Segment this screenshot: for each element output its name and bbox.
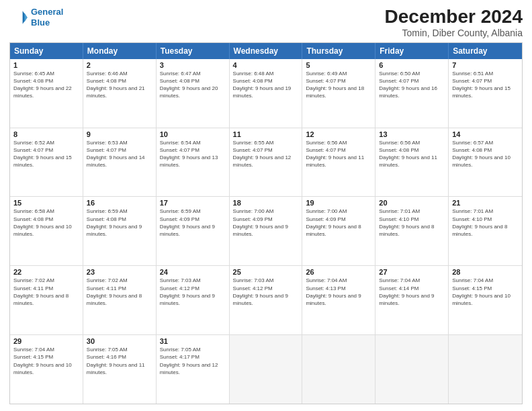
day-number: 5: [306, 61, 371, 69]
svg-marker-1: [24, 13, 27, 22]
cal-cell-r3-c0: 22 Sunrise: 7:02 AM Sunset: 4:11 PM Dayl…: [10, 266, 83, 334]
cell-info: Sunrise: 6:55 AM Sunset: 4:07 PM Dayligh…: [233, 139, 299, 169]
day-number: 10: [160, 130, 226, 138]
cal-cell-r3-c1: 23 Sunrise: 7:02 AM Sunset: 4:11 PM Dayl…: [83, 266, 157, 334]
cal-cell-r2-c0: 15 Sunrise: 6:58 AM Sunset: 4:08 PM Dayl…: [10, 197, 83, 265]
cell-info: Sunrise: 6:56 AM Sunset: 4:07 PM Dayligh…: [306, 139, 371, 169]
day-number: 21: [452, 199, 519, 207]
cal-cell-r1-c6: 14 Sunrise: 6:57 AM Sunset: 4:08 PM Dayl…: [449, 128, 522, 197]
cal-cell-r0-c2: 3 Sunrise: 6:47 AM Sunset: 4:08 PM Dayli…: [157, 59, 230, 128]
cal-cell-r2-c2: 17 Sunrise: 6:59 AM Sunset: 4:09 PM Dayl…: [157, 197, 230, 265]
cell-info: Sunrise: 7:01 AM Sunset: 4:10 PM Dayligh…: [379, 208, 445, 238]
cal-cell-r2-c3: 18 Sunrise: 7:00 AM Sunset: 4:09 PM Dayl…: [230, 197, 303, 265]
cal-cell-r1-c1: 9 Sunrise: 6:53 AM Sunset: 4:07 PM Dayli…: [83, 128, 157, 197]
day-number: 20: [379, 199, 445, 207]
cell-info: Sunrise: 6:51 AM Sunset: 4:07 PM Dayligh…: [452, 70, 519, 100]
page: General Blue December 2024 Tomin, Diber …: [0, 0, 532, 411]
cal-row-4: 29 Sunrise: 7:04 AM Sunset: 4:15 PM Dayl…: [10, 334, 522, 404]
cal-cell-r4-c2: 31 Sunrise: 7:05 AM Sunset: 4:17 PM Dayl…: [157, 335, 230, 404]
cal-cell-r4-c4: [302, 335, 375, 404]
dow-tuesday: Tuesday: [157, 43, 230, 59]
cal-cell-r4-c6: [449, 335, 522, 404]
cell-info: Sunrise: 6:52 AM Sunset: 4:07 PM Dayligh…: [13, 139, 79, 169]
cal-cell-r2-c4: 19 Sunrise: 7:00 AM Sunset: 4:09 PM Dayl…: [302, 197, 375, 265]
day-number: 13: [379, 130, 445, 138]
cal-cell-r0-c1: 2 Sunrise: 6:46 AM Sunset: 4:08 PM Dayli…: [83, 59, 157, 128]
cell-info: Sunrise: 6:46 AM Sunset: 4:08 PM Dayligh…: [87, 70, 152, 100]
cell-info: Sunrise: 7:01 AM Sunset: 4:10 PM Dayligh…: [452, 208, 519, 238]
cell-info: Sunrise: 6:48 AM Sunset: 4:08 PM Dayligh…: [233, 70, 299, 100]
day-number: 15: [13, 199, 79, 207]
cal-cell-r3-c5: 27 Sunrise: 7:04 AM Sunset: 4:14 PM Dayl…: [375, 266, 449, 334]
day-number: 27: [379, 268, 445, 276]
day-number: 16: [87, 199, 152, 207]
cell-info: Sunrise: 7:00 AM Sunset: 4:09 PM Dayligh…: [306, 208, 371, 238]
dow-monday: Monday: [83, 43, 157, 59]
day-number: 18: [233, 199, 299, 207]
cell-info: Sunrise: 7:05 AM Sunset: 4:17 PM Dayligh…: [160, 346, 226, 376]
cell-info: Sunrise: 7:05 AM Sunset: 4:16 PM Dayligh…: [87, 346, 152, 376]
calendar: Sunday Monday Tuesday Wednesday Thursday…: [9, 42, 523, 404]
day-number: 28: [452, 268, 519, 276]
header: General Blue December 2024 Tomin, Diber …: [9, 7, 523, 38]
dow-friday: Friday: [375, 43, 449, 59]
cell-info: Sunrise: 7:04 AM Sunset: 4:13 PM Dayligh…: [306, 277, 371, 307]
cell-info: Sunrise: 7:02 AM Sunset: 4:11 PM Dayligh…: [13, 277, 79, 307]
cell-info: Sunrise: 6:50 AM Sunset: 4:07 PM Dayligh…: [379, 70, 445, 100]
day-number: 7: [452, 61, 519, 69]
cal-cell-r3-c3: 25 Sunrise: 7:03 AM Sunset: 4:12 PM Dayl…: [230, 266, 303, 334]
cell-info: Sunrise: 6:45 AM Sunset: 4:08 PM Dayligh…: [13, 70, 79, 100]
cal-cell-r0-c0: 1 Sunrise: 6:45 AM Sunset: 4:08 PM Dayli…: [10, 59, 83, 128]
cal-cell-r0-c5: 6 Sunrise: 6:50 AM Sunset: 4:07 PM Dayli…: [375, 59, 449, 128]
cal-cell-r1-c3: 11 Sunrise: 6:55 AM Sunset: 4:07 PM Dayl…: [230, 128, 303, 197]
cal-cell-r1-c2: 10 Sunrise: 6:54 AM Sunset: 4:07 PM Dayl…: [157, 128, 230, 197]
day-number: 31: [160, 337, 226, 345]
cell-info: Sunrise: 7:04 AM Sunset: 4:15 PM Dayligh…: [13, 346, 79, 376]
day-number: 30: [87, 337, 152, 345]
cal-row-1: 8 Sunrise: 6:52 AM Sunset: 4:07 PM Dayli…: [10, 128, 522, 197]
day-number: 29: [13, 337, 79, 345]
cell-info: Sunrise: 6:56 AM Sunset: 4:08 PM Dayligh…: [379, 139, 445, 169]
cell-info: Sunrise: 7:04 AM Sunset: 4:14 PM Dayligh…: [379, 277, 445, 307]
cal-cell-r2-c6: 21 Sunrise: 7:01 AM Sunset: 4:10 PM Dayl…: [449, 197, 522, 265]
dow-wednesday: Wednesday: [230, 43, 303, 59]
logo: General Blue: [9, 7, 63, 28]
cell-info: Sunrise: 6:59 AM Sunset: 4:08 PM Dayligh…: [87, 208, 152, 238]
cal-row-3: 22 Sunrise: 7:02 AM Sunset: 4:11 PM Dayl…: [10, 265, 522, 334]
cal-cell-r4-c5: [375, 335, 449, 404]
cell-info: Sunrise: 7:04 AM Sunset: 4:15 PM Dayligh…: [452, 277, 519, 307]
logo-line2: Blue: [31, 17, 50, 28]
dow-thursday: Thursday: [302, 43, 375, 59]
day-number: 1: [13, 61, 79, 69]
cal-cell-r4-c3: [230, 335, 303, 404]
cal-cell-r2-c5: 20 Sunrise: 7:01 AM Sunset: 4:10 PM Dayl…: [375, 197, 449, 265]
cal-cell-r4-c0: 29 Sunrise: 7:04 AM Sunset: 4:15 PM Dayl…: [10, 335, 83, 404]
cal-cell-r3-c6: 28 Sunrise: 7:04 AM Sunset: 4:15 PM Dayl…: [449, 266, 522, 334]
day-number: 22: [13, 268, 79, 276]
cell-info: Sunrise: 6:47 AM Sunset: 4:08 PM Dayligh…: [160, 70, 226, 100]
cal-cell-r1-c5: 13 Sunrise: 6:56 AM Sunset: 4:08 PM Dayl…: [375, 128, 449, 197]
cell-info: Sunrise: 6:58 AM Sunset: 4:08 PM Dayligh…: [13, 208, 79, 238]
day-number: 3: [160, 61, 226, 69]
cell-info: Sunrise: 6:57 AM Sunset: 4:08 PM Dayligh…: [452, 139, 519, 169]
cal-cell-r1-c4: 12 Sunrise: 6:56 AM Sunset: 4:07 PM Dayl…: [302, 128, 375, 197]
day-number: 23: [87, 268, 152, 276]
logo-line1: General: [31, 7, 63, 17]
cal-cell-r0-c6: 7 Sunrise: 6:51 AM Sunset: 4:07 PM Dayli…: [449, 59, 522, 128]
title-block: December 2024 Tomin, Diber County, Alban…: [385, 7, 523, 38]
cal-cell-r0-c4: 5 Sunrise: 6:49 AM Sunset: 4:07 PM Dayli…: [302, 59, 375, 128]
day-number: 25: [233, 268, 299, 276]
cell-info: Sunrise: 7:00 AM Sunset: 4:09 PM Dayligh…: [233, 208, 299, 238]
day-number: 17: [160, 199, 226, 207]
dow-sunday: Sunday: [10, 43, 83, 59]
cell-info: Sunrise: 6:49 AM Sunset: 4:07 PM Dayligh…: [306, 70, 371, 100]
dow-saturday: Saturday: [449, 43, 522, 59]
day-number: 6: [379, 61, 445, 69]
cell-info: Sunrise: 7:03 AM Sunset: 4:12 PM Dayligh…: [160, 277, 226, 307]
cell-info: Sunrise: 7:03 AM Sunset: 4:12 PM Dayligh…: [233, 277, 299, 307]
logo-text: General Blue: [31, 7, 63, 28]
page-title: December 2024: [385, 7, 523, 28]
cal-cell-r3-c2: 24 Sunrise: 7:03 AM Sunset: 4:12 PM Dayl…: [157, 266, 230, 334]
cell-info: Sunrise: 7:02 AM Sunset: 4:11 PM Dayligh…: [87, 277, 152, 307]
cal-cell-r1-c0: 8 Sunrise: 6:52 AM Sunset: 4:07 PM Dayli…: [10, 128, 83, 197]
